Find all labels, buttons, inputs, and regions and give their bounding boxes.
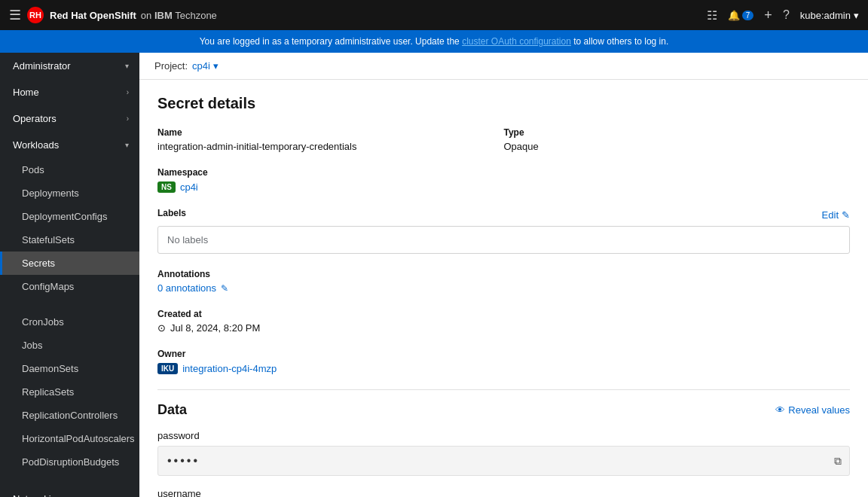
created-at-section: Created at ⊙ Jul 8, 2024, 8:20 PM (157, 309, 850, 334)
labels-edit-button[interactable]: Edit ✎ (822, 209, 850, 221)
annotations-link[interactable]: 0 annotations (157, 282, 216, 294)
username-field: username ••••• ⧉ (157, 488, 850, 497)
user-menu[interactable]: kube:admin ▾ (800, 10, 859, 21)
sidebar-item-secrets[interactable]: Secrets (0, 252, 139, 275)
sidebar-operators[interactable]: Operators › (0, 105, 139, 132)
alert-text-before: You are logged in as a temporary adminis… (200, 36, 460, 47)
alert-text-after: to allow others to log in. (573, 36, 668, 47)
clock-icon: ⊙ (157, 322, 166, 334)
created-date: Jul 8, 2024, 8:20 PM (170, 322, 260, 334)
reveal-eye-icon: 👁 (775, 404, 785, 416)
content-area: Secret details Name integration-admin-in… (139, 80, 868, 497)
reveal-values-button[interactable]: 👁 Reveal values (775, 404, 850, 416)
created-at-label: Created at (157, 309, 850, 319)
bell-icon: 🔔 (728, 10, 740, 21)
operators-label: Operators (13, 113, 57, 124)
pods-label: Pods (22, 164, 44, 175)
brand-ibm-techzone: on IBM Techzone (141, 10, 217, 21)
redhat-circle: RH (27, 7, 44, 23)
sidebar-item-deploymentconfigs[interactable]: DeploymentConfigs (0, 205, 139, 228)
sidebar-item-daemonsets[interactable]: DaemonSets (0, 357, 139, 380)
statefulsets-label: StatefulSets (22, 234, 75, 245)
topnav-left: ☰ RH Red Hat OpenShift on IBM Techzone (9, 7, 701, 23)
app-grid-icon[interactable]: ☷ (707, 8, 717, 23)
project-bar: Project: cp4i ▾ (139, 53, 868, 80)
topnav-right: ☷ 🔔 7 + ? kube:admin ▾ (707, 8, 859, 23)
secrets-label: Secrets (22, 258, 55, 269)
labels-header: Labels Edit ✎ (157, 208, 850, 221)
name-type-row: Name integration-admin-initial-temporary… (157, 127, 850, 167)
project-dropdown[interactable]: cp4i ▾ (192, 60, 219, 72)
password-field: password ••••• ⧉ (157, 430, 850, 476)
help-icon[interactable]: ? (783, 8, 790, 22)
type-section: Type Opaque (504, 127, 851, 152)
password-copy-icon[interactable]: ⧉ (834, 455, 842, 468)
sidebar-workloads[interactable]: Workloads ▾ (0, 132, 139, 158)
data-title: Data (157, 402, 187, 418)
sidebar-item-jobs[interactable]: Jobs (0, 334, 139, 357)
cronjobs-label: CronJobs (22, 316, 64, 328)
password-dots: ••••• (167, 454, 200, 468)
sidebar-item-replicationcontrollers[interactable]: ReplicationControllers (0, 404, 139, 427)
section-divider (157, 389, 850, 390)
type-label: Type (504, 127, 851, 138)
workloads-label: Workloads (13, 139, 59, 151)
daemonsets-label: DaemonSets (22, 363, 78, 374)
iku-tag: IKU (157, 363, 178, 374)
main-content: Project: cp4i ▾ Secret details Name inte… (139, 53, 868, 497)
add-icon[interactable]: + (764, 8, 772, 23)
name-label: Name (157, 127, 504, 138)
workloads-caret: ▾ (125, 141, 129, 149)
sidebar-item-configmaps[interactable]: ConfigMaps (0, 275, 139, 298)
page-title: Secret details (157, 95, 850, 112)
sidebar-item-cronjobs[interactable]: CronJobs (0, 310, 139, 334)
deployments-label: Deployments (22, 188, 79, 199)
annotations-edit-icon[interactable]: ✎ (221, 283, 228, 294)
name-value: integration-admin-initial-temporary-cred… (157, 141, 504, 152)
sidebar-item-horizontalpodautoscalers[interactable]: HorizontalPodAutoscalers (0, 427, 139, 450)
home-label: Home (13, 87, 39, 98)
labels-box: No labels (157, 226, 850, 254)
brand-text-group: Red Hat OpenShift on IBM Techzone (50, 10, 217, 21)
sidebar-item-poddisruptionbudgets[interactable]: PodDisruptionBudgets (0, 450, 139, 474)
namespace-section: Namespace NS cp4i (157, 167, 850, 193)
owner-link[interactable]: integration-cp4i-4mzp (182, 363, 277, 374)
deploymentconfigs-label: DeploymentConfigs (22, 211, 107, 222)
hpa-label: HorizontalPodAutoscalers (22, 433, 135, 444)
operators-caret: › (127, 114, 129, 123)
owner-section: Owner IKU integration-cp4i-4mzp (157, 349, 850, 374)
password-label: password (157, 430, 850, 441)
redhat-circle-text: RH (29, 11, 41, 20)
alert-banner: You are logged in as a temporary adminis… (0, 30, 868, 53)
namespace-link[interactable]: cp4i (180, 181, 198, 193)
namespace-label: Namespace (157, 167, 850, 178)
sidebar-item-statefulsets[interactable]: StatefulSets (0, 228, 139, 252)
sidebar-item-pods[interactable]: Pods (0, 158, 139, 181)
username-label: username (157, 488, 850, 497)
edit-pencil-icon: ✎ (842, 209, 850, 221)
alert-oauth-link[interactable]: cluster OAuth configuration (462, 36, 571, 47)
sidebar-administrator[interactable]: Administrator ▾ (0, 53, 139, 79)
replicationcontrollers-label: ReplicationControllers (22, 410, 118, 421)
hamburger-menu-icon[interactable]: ☰ (9, 7, 21, 23)
sidebar-home[interactable]: Home › (0, 79, 139, 105)
jobs-label: Jobs (22, 340, 42, 351)
reveal-label: Reveal values (788, 404, 850, 416)
main-layout: Administrator ▾ Home › Operators › Workl… (0, 53, 868, 497)
notification-bell[interactable]: 🔔 7 (728, 10, 754, 21)
edit-label: Edit (822, 209, 839, 221)
top-navigation: ☰ RH Red Hat OpenShift on IBM Techzone ☷… (0, 0, 868, 30)
labels-label: Labels (157, 208, 186, 218)
password-box: ••••• ⧉ (157, 446, 850, 476)
home-caret: › (127, 88, 129, 96)
sidebar-networking[interactable]: Networking ▾ (0, 486, 139, 497)
pdb-label: PodDisruptionBudgets (22, 456, 119, 468)
sidebar-item-replicasets[interactable]: ReplicaSets (0, 380, 139, 404)
project-caret-icon: ▾ (213, 60, 219, 72)
redhat-logo: RH (27, 7, 44, 23)
user-caret-icon: ▾ (854, 10, 859, 21)
sidebar-item-deployments[interactable]: Deployments (0, 181, 139, 205)
ns-tag: NS (157, 181, 176, 193)
notification-count: 7 (742, 11, 754, 20)
networking-label: Networking (13, 493, 62, 497)
